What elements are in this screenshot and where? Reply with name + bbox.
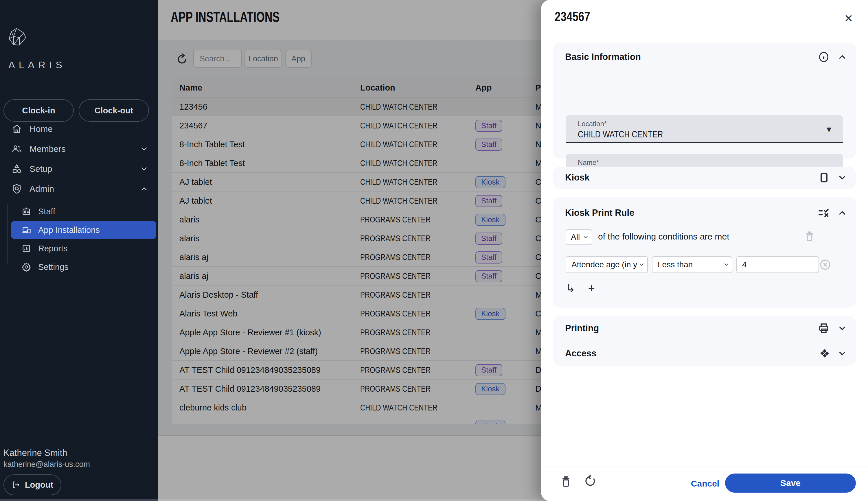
sidebar-item-setup[interactable]: Setup — [0, 159, 158, 179]
chevron-down-icon[interactable] — [837, 173, 847, 182]
add-nested-condition-icon[interactable]: ↳ — [566, 282, 575, 294]
user-name: Katherine Smith — [3, 448, 67, 458]
rule-match-row: All of the following conditions are met — [566, 230, 843, 245]
condition-field-value: Attendee age (in y — [571, 260, 637, 269]
section-title: Printing — [565, 323, 599, 333]
chevron-down-icon — [723, 262, 729, 268]
logo-wordmark: ALARIS — [8, 59, 66, 71]
sidebar-item-label: Settings — [38, 262, 68, 272]
staff-badge-icon — [21, 206, 31, 216]
chevron-down-icon — [140, 164, 148, 173]
subnav-indent-line — [7, 204, 8, 264]
basic-information-section: Basic Information Location* CHILD WATCH … — [553, 43, 856, 159]
members-icon — [12, 144, 22, 154]
rule-actions: ↳ + — [566, 282, 595, 294]
sidebar-item-label: Staff — [38, 207, 55, 216]
sidebar-item-label: Home — [30, 124, 53, 134]
field-value: CHILD WATCH CENTER — [578, 129, 663, 140]
logout-icon — [12, 480, 20, 489]
logout-button[interactable]: Logout — [3, 475, 61, 495]
printing-section-header[interactable]: Printing — [553, 316, 856, 341]
drawer-footer: Cancel Save — [541, 467, 868, 501]
add-condition-icon[interactable]: + — [588, 282, 595, 294]
horizontal-scrollbar[interactable] — [0, 499, 158, 501]
sidebar-item-app-installations[interactable]: App Installations — [11, 221, 156, 239]
basic-information-header[interactable]: Basic Information — [553, 43, 856, 72]
app-installations-page: ALARIS Clock-in Clock-out Home Members S… — [0, 0, 868, 501]
match-description: of the following conditions are met — [598, 232, 729, 242]
kiosk-print-rule-header[interactable]: Kiosk Print Rule — [553, 197, 856, 229]
admin-shield-icon — [12, 184, 22, 194]
section-title: Access — [565, 348, 596, 359]
installation-detail-drawer: 234567 ✕ Basic Information Location* CHI… — [541, 0, 868, 501]
alaris-logo-icon — [8, 28, 27, 51]
reports-chart-icon — [21, 244, 31, 253]
sidebar-item-staff[interactable]: Staff — [11, 202, 156, 221]
reset-icon[interactable] — [584, 474, 596, 488]
user-email: katherine@alaris-us.com — [3, 460, 90, 469]
sidebar-item-label: Setup — [30, 164, 52, 174]
clock-in-button[interactable]: Clock-in — [3, 99, 74, 122]
location-select-field[interactable]: Location* CHILD WATCH CENTER ▼ — [566, 115, 843, 143]
section-title: Kiosk — [565, 172, 589, 183]
rule-condition-row: Attendee age (in y Less than — [566, 256, 843, 273]
access-section-header[interactable]: Access ❖ — [553, 341, 856, 366]
sidebar-item-home[interactable]: Home — [0, 119, 158, 139]
setup-icon — [12, 164, 22, 174]
match-type-value: All — [571, 233, 580, 242]
kiosk-print-rule-section: Kiosk Print Rule All of the following co… — [553, 197, 856, 308]
sidebar-item-admin[interactable]: Admin — [0, 179, 158, 199]
sidebar-item-label: Members — [30, 144, 66, 154]
condition-field-select[interactable]: Attendee age (in y — [566, 256, 648, 273]
field-label: Location* — [578, 120, 607, 128]
condition-operator-value: Less than — [658, 260, 693, 269]
sidebar-item-settings[interactable]: Settings — [11, 258, 156, 276]
chevron-down-icon — [638, 262, 645, 268]
sidebar-item-label: Reports — [38, 244, 68, 253]
devices-icon — [21, 225, 31, 235]
cancel-button[interactable]: Cancel — [684, 473, 726, 494]
info-icon — [818, 51, 830, 63]
rule-icon — [818, 207, 830, 219]
kiosk-section-header[interactable]: Kiosk — [553, 167, 856, 189]
access-icon: ❖ — [819, 347, 830, 360]
chevron-up-icon — [140, 184, 148, 193]
section-title: Kiosk Print Rule — [565, 208, 634, 218]
printer-icon — [818, 322, 830, 334]
chevron-down-icon — [582, 234, 589, 241]
sidebar: ALARIS Clock-in Clock-out Home Members S… — [0, 0, 158, 501]
chevron-down-icon — [140, 145, 148, 153]
sidebar-item-label: Admin — [30, 184, 54, 194]
sidebar-item-reports[interactable]: Reports — [11, 239, 156, 257]
printing-access-section: Printing Access ❖ — [553, 316, 856, 366]
section-title: Basic Information — [565, 52, 641, 62]
condition-value-input[interactable] — [736, 256, 819, 273]
close-icon[interactable]: ✕ — [840, 10, 857, 26]
condition-operator-select[interactable]: Less than — [652, 256, 732, 273]
kiosk-section: Kiosk — [553, 167, 856, 189]
sidebar-item-label: App Installations — [38, 225, 100, 235]
drawer-title: 234567 — [555, 9, 590, 24]
sidebar-item-members[interactable]: Members — [0, 139, 158, 159]
chevron-down-icon[interactable] — [837, 323, 847, 333]
save-button[interactable]: Save — [725, 473, 856, 493]
chevron-up-icon[interactable] — [837, 52, 847, 62]
remove-condition-icon[interactable] — [819, 259, 831, 271]
field-label: Name* — [578, 159, 599, 167]
chevron-down-icon[interactable] — [837, 349, 847, 359]
home-icon — [12, 124, 22, 134]
chevron-up-icon[interactable] — [837, 208, 847, 218]
dropdown-arrow-icon: ▼ — [825, 125, 833, 134]
delete-rule-group-icon[interactable] — [804, 230, 815, 243]
delete-installation-icon[interactable] — [560, 475, 572, 489]
gear-icon — [21, 262, 31, 272]
match-type-select[interactable]: All — [566, 230, 592, 245]
tablet-icon — [818, 172, 830, 183]
logout-label: Logout — [25, 480, 53, 490]
clock-out-button[interactable]: Clock-out — [79, 99, 149, 122]
